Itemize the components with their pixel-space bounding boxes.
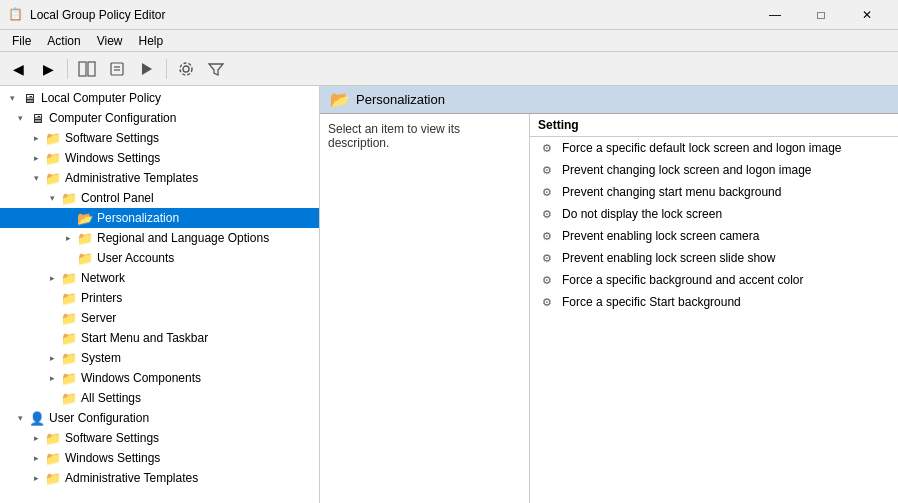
tree-item-printers[interactable]: 📁 Printers <box>0 288 319 308</box>
tree-item-computer-config[interactable]: 🖥 Computer Configuration <box>0 108 319 128</box>
setting-icon: ⚙ <box>538 272 556 288</box>
tree-label-start-menu: Start Menu and Taskbar <box>81 331 208 345</box>
filter-button[interactable] <box>202 56 230 82</box>
tree-item-windows-settings[interactable]: 📁 Windows Settings <box>0 148 319 168</box>
setting-label: Do not display the lock screen <box>562 207 722 221</box>
run-button[interactable] <box>133 56 161 82</box>
tree-label-admin-templates: Administrative Templates <box>65 171 198 185</box>
toggle-windows-settings[interactable] <box>28 150 44 166</box>
app-icon: 📋 <box>8 7 24 23</box>
toggle-user-windows[interactable] <box>28 450 44 466</box>
tree-label-root: Local Computer Policy <box>41 91 161 105</box>
setting-icon: ⚙ <box>538 228 556 244</box>
setting-label: Force a specific default lock screen and… <box>562 141 842 155</box>
tree-item-start-menu[interactable]: 📁 Start Menu and Taskbar <box>0 328 319 348</box>
tree-item-regional[interactable]: 📁 Regional and Language Options <box>0 228 319 248</box>
setting-icon: ⚙ <box>538 140 556 156</box>
tree-label-control-panel: Control Panel <box>81 191 154 205</box>
toolbar-separator-2 <box>166 59 167 79</box>
tree-label-windows-components: Windows Components <box>81 371 201 385</box>
forward-button[interactable]: ▶ <box>34 56 62 82</box>
folder-icon: 📁 <box>44 450 62 466</box>
tree-item-user-admin[interactable]: 📁 Administrative Templates <box>0 468 319 488</box>
toggle-software-settings[interactable] <box>28 130 44 146</box>
tree-item-user-software[interactable]: 📁 Software Settings <box>0 428 319 448</box>
toggle-system[interactable] <box>44 350 60 366</box>
menu-bar: File Action View Help <box>0 30 898 52</box>
toggle-user-accounts <box>60 250 76 266</box>
close-button[interactable]: ✕ <box>844 0 890 30</box>
open-folder-icon: 📂 <box>76 210 94 226</box>
tree-item-system[interactable]: 📁 System <box>0 348 319 368</box>
back-button[interactable]: ◀ <box>4 56 32 82</box>
run-icon <box>138 60 156 78</box>
maximize-button[interactable]: □ <box>798 0 844 30</box>
menu-action[interactable]: Action <box>39 32 88 50</box>
toggle-user-software[interactable] <box>28 430 44 446</box>
folder-icon: 📁 <box>60 270 78 286</box>
toggle-start-menu <box>44 330 60 346</box>
menu-file[interactable]: File <box>4 32 39 50</box>
toggle-windows-components[interactable] <box>44 370 60 386</box>
toggle-admin-templates[interactable] <box>28 170 44 186</box>
tree-item-software-settings[interactable]: 📁 Software Settings <box>0 128 319 148</box>
list-item[interactable]: ⚙ Force a specific default lock screen a… <box>530 137 898 159</box>
show-scope-button[interactable] <box>73 56 101 82</box>
properties-button[interactable] <box>103 56 131 82</box>
tree-label-user-software: Software Settings <box>65 431 159 445</box>
toggle-user-admin[interactable] <box>28 470 44 486</box>
tree-label-computer-config: Computer Configuration <box>49 111 176 125</box>
menu-view[interactable]: View <box>89 32 131 50</box>
list-item[interactable]: ⚙ Do not display the lock screen <box>530 203 898 225</box>
tree-item-admin-templates[interactable]: 📁 Administrative Templates <box>0 168 319 188</box>
tree-item-personalization[interactable]: 📂 Personalization <box>0 208 319 228</box>
list-item[interactable]: ⚙ Prevent enabling lock screen slide sho… <box>530 247 898 269</box>
right-header-icon: 📂 <box>330 90 350 109</box>
window-controls: — □ ✕ <box>752 0 890 30</box>
toggle-printers <box>44 290 60 306</box>
computer-icon: 🖥 <box>20 90 38 106</box>
tree-item-user-accounts[interactable]: 📁 User Accounts <box>0 248 319 268</box>
right-header-title: Personalization <box>356 92 445 107</box>
tree-label-regional: Regional and Language Options <box>97 231 269 245</box>
tree-item-root[interactable]: 🖥 Local Computer Policy <box>0 88 319 108</box>
right-header: 📂 Personalization <box>320 86 898 114</box>
tree-label-server: Server <box>81 311 116 325</box>
tree-item-control-panel[interactable]: 📁 Control Panel <box>0 188 319 208</box>
toggle-regional[interactable] <box>60 230 76 246</box>
menu-help[interactable]: Help <box>131 32 172 50</box>
window-title: Local Group Policy Editor <box>30 8 165 22</box>
tree-item-network[interactable]: 📁 Network <box>0 268 319 288</box>
tree-item-user-windows[interactable]: 📁 Windows Settings <box>0 448 319 468</box>
list-item[interactable]: ⚙ Force a specific Start background <box>530 291 898 313</box>
list-item[interactable]: ⚙ Force a specific background and accent… <box>530 269 898 291</box>
right-content: Select an item to view its description. … <box>320 114 898 503</box>
minimize-button[interactable]: — <box>752 0 798 30</box>
tree-panel: 🖥 Local Computer Policy 🖥 Computer Confi… <box>0 86 320 503</box>
toolbar: ◀ ▶ <box>0 52 898 86</box>
description-text: Select an item to view its description. <box>328 122 460 150</box>
filter-icon <box>207 60 225 78</box>
folder-icon: 📁 <box>60 370 78 386</box>
toggle-computer-config[interactable] <box>12 110 28 126</box>
list-item[interactable]: ⚙ Prevent changing start menu background <box>530 181 898 203</box>
tree-label-user-windows: Windows Settings <box>65 451 160 465</box>
tree-item-all-settings[interactable]: 📁 All Settings <box>0 388 319 408</box>
tree-root: 🖥 Local Computer Policy 🖥 Computer Confi… <box>0 86 319 490</box>
toggle-user-config[interactable] <box>12 410 28 426</box>
list-item[interactable]: ⚙ Prevent enabling lock screen camera <box>530 225 898 247</box>
setting-label: Force a specific Start background <box>562 295 741 309</box>
tree-item-user-config[interactable]: 👤 User Configuration <box>0 408 319 428</box>
tree-label-user-config: User Configuration <box>49 411 149 425</box>
setting-icon: ⚙ <box>538 184 556 200</box>
settings-button[interactable] <box>172 56 200 82</box>
list-item[interactable]: ⚙ Prevent changing lock screen and logon… <box>530 159 898 181</box>
folder-icon: 📁 <box>60 290 78 306</box>
toggle-control-panel[interactable] <box>44 190 60 206</box>
toggle-network[interactable] <box>44 270 60 286</box>
toggle-root <box>4 90 20 106</box>
tree-item-windows-components[interactable]: 📁 Windows Components <box>0 368 319 388</box>
scope-icon <box>78 60 96 78</box>
tree-item-server[interactable]: 📁 Server <box>0 308 319 328</box>
right-list: Setting ⚙ Force a specific default lock … <box>530 114 898 503</box>
